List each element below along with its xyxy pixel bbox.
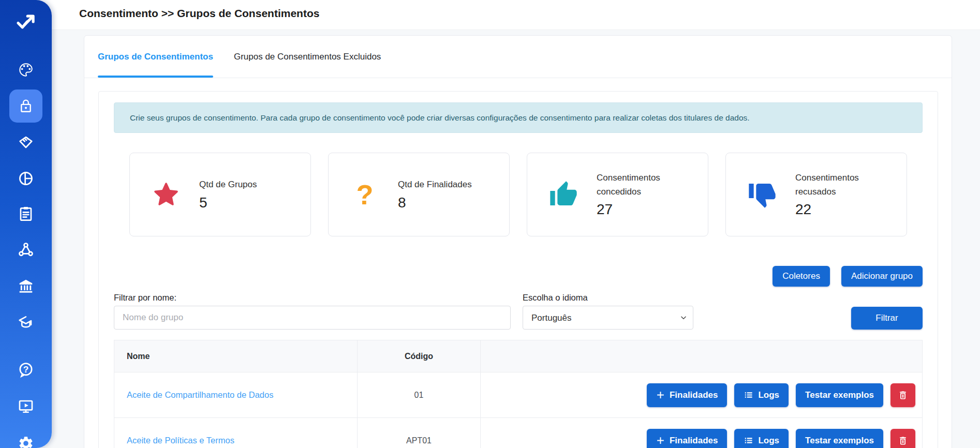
filtrar-button[interactable]: Filtrar (851, 307, 923, 330)
stat-card-grupos: Qtd de Grupos 5 (129, 153, 311, 236)
group-code: APT01 (358, 418, 481, 448)
trash-icon (898, 436, 908, 446)
actions-row: Coletores Adicionar grupo (114, 266, 923, 287)
trash-icon (898, 390, 908, 400)
lock-icon (18, 98, 34, 114)
sidebar-item-records[interactable] (0, 205, 52, 222)
coletores-button[interactable]: Coletores (773, 266, 830, 287)
stat-label: Qtd de Finalidades (398, 178, 472, 191)
video-tutorial-icon (18, 398, 34, 414)
group-link[interactable]: Aceite de Compartilhamento de Dados (127, 390, 273, 399)
plus-icon (656, 391, 665, 399)
list-icon (744, 390, 753, 400)
stat-label: Consentimentos concedidos (597, 171, 685, 199)
stat-card-finalidades: ? Qtd de Finalidades 8 (328, 153, 510, 236)
help-icon: ? (18, 362, 34, 378)
stats-row: Qtd de Grupos 5 ? Qtd de Finalidades 8 (129, 153, 907, 236)
filter-name-label: Filtrar por nome: (114, 293, 511, 303)
tab-bar: Grupos de Consentimentos Grupos de Conse… (84, 36, 952, 78)
language-label: Escolha o idioma (523, 293, 693, 303)
language-select[interactable]: Português (523, 306, 693, 330)
stat-card-concedidos: Consentimentos concedidos 27 (527, 153, 708, 236)
sidebar-item-consent-active[interactable] (9, 89, 42, 123)
adicionar-grupo-button[interactable]: Adicionar grupo (841, 266, 923, 287)
sidebar-item-reports[interactable] (0, 170, 52, 187)
settings-gear-icon (18, 435, 34, 448)
info-banner: Crie seus grupos de consentimento. Para … (114, 102, 923, 133)
thumb-down-icon (748, 180, 777, 209)
testar-exemplos-button[interactable]: Testar exemplos (796, 383, 883, 407)
page-title: Consentimento >> Grupos de Consentimento… (79, 7, 319, 20)
table-header-row: Nome Código (114, 340, 923, 372)
sidebar-item-integrations[interactable] (0, 241, 52, 259)
stat-label: Consentimentos recusados (795, 171, 883, 199)
finalidades-button[interactable]: Finalidades (647, 429, 727, 448)
sidebar-item-training[interactable] (0, 313, 52, 331)
clipboard-icon (18, 205, 34, 222)
plus-icon (656, 436, 665, 445)
sidebar-item-agreements[interactable] (0, 133, 52, 151)
hub-icon (18, 242, 34, 258)
star-icon (152, 180, 181, 209)
stat-value: 8 (398, 195, 472, 211)
thumb-up-icon (549, 180, 578, 209)
logs-button[interactable]: Logs (734, 429, 789, 448)
table-row: Aceite de Compartilhamento de Dados 01 F… (114, 372, 923, 418)
sidebar-item-tutorials[interactable] (0, 397, 52, 415)
group-code: 01 (358, 372, 481, 418)
trend-up-logo-icon (16, 11, 36, 32)
sidebar-item-organization[interactable] (0, 277, 52, 295)
delete-group-button[interactable] (890, 383, 915, 407)
handshake-icon (18, 134, 34, 151)
group-name-input[interactable] (114, 306, 511, 330)
stat-value: 22 (795, 201, 883, 218)
finalidades-button[interactable]: Finalidades (647, 383, 727, 407)
top-bar: Consentimento >> Grupos de Consentimento… (0, 0, 980, 30)
stat-value: 5 (199, 195, 257, 211)
stat-value: 27 (597, 201, 685, 218)
delete-group-button[interactable] (890, 429, 915, 448)
palette-icon (18, 62, 34, 78)
question-mark-icon: ? (350, 180, 379, 209)
stat-label: Qtd de Grupos (199, 178, 257, 191)
tab-grupos-excluidos[interactable]: Grupos de Consentimentos Excluidos (234, 52, 381, 78)
column-header-codigo: Código (358, 340, 481, 372)
graduation-cap-icon (18, 314, 34, 331)
sidebar: ? (0, 0, 52, 448)
bank-icon (18, 278, 34, 294)
main-card: Grupos de Consentimentos Grupos de Conse… (84, 35, 952, 448)
stat-card-recusados: Consentimentos recusados 22 (725, 153, 907, 236)
info-banner-text: Crie seus grupos de consentimento. Para … (130, 113, 750, 123)
groups-table: Nome Código Aceite de Compartilhamento d… (114, 340, 923, 448)
group-link[interactable]: Aceite de Políticas e Termos (127, 436, 234, 445)
testar-exemplos-button[interactable]: Testar exemplos (796, 429, 883, 448)
list-icon (744, 436, 753, 445)
table-row: Aceite de Políticas e Termos APT01 Final… (114, 418, 923, 448)
filter-row: Filtrar por nome: Escolha o idioma Portu… (114, 293, 923, 330)
sidebar-item-theme[interactable] (0, 61, 52, 79)
tab-panel: Crie seus grupos de consentimento. Para … (98, 91, 938, 448)
column-header-nome: Nome (114, 340, 358, 372)
column-header-actions (481, 340, 923, 372)
svg-text:?: ? (23, 364, 29, 375)
tab-grupos-de-consentimentos[interactable]: Grupos de Consentimentos (98, 52, 213, 78)
sidebar-item-help[interactable]: ? (0, 361, 52, 379)
pie-chart-icon (18, 170, 34, 187)
app-logo[interactable] (0, 13, 52, 31)
logs-button[interactable]: Logs (734, 383, 789, 407)
sidebar-item-settings[interactable] (0, 435, 52, 448)
